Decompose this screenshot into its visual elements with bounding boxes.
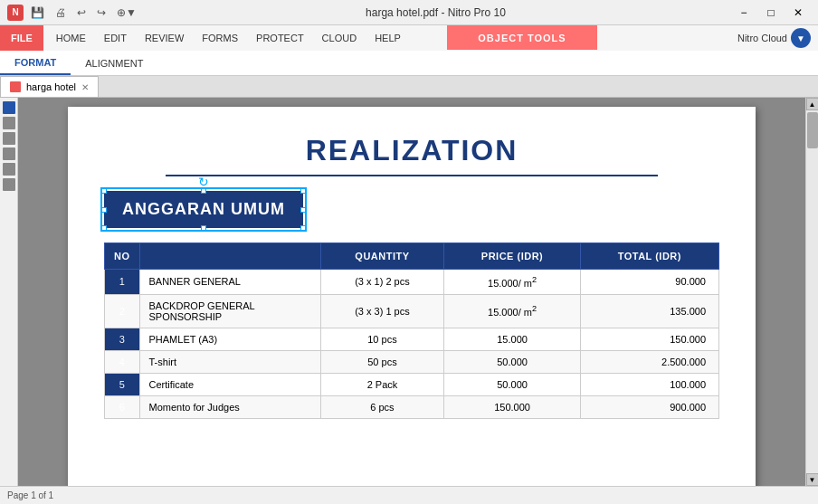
table-row: 1 BANNER GENERAL (3 x 1) 2 pcs 15.000/ m…: [105, 270, 719, 295]
table-row: 2 BACKDROP GENERAL SPONSORSHIP (3 x 3) 1…: [105, 294, 719, 328]
realization-title: REALIZATION: [104, 134, 719, 167]
row3-item: PHAMLET (A3): [139, 328, 320, 350]
tab-format[interactable]: FORMAT: [0, 51, 71, 75]
sidebar-icon-3[interactable]: [3, 132, 15, 145]
object-tools-tab[interactable]: OBJECT TOOLS: [447, 25, 597, 50]
anggaran-umum-wrapper[interactable]: ↻ ANGGARAN UMUM: [104, 191, 303, 228]
row4-price: 50.000: [444, 350, 580, 373]
row4-total: 2.500.000: [580, 350, 718, 373]
row3-price: 15.000: [444, 328, 580, 350]
ribbon-top-row: FILE HOME EDIT REVIEW FORMS PROTECT CLOU…: [0, 25, 818, 51]
ribbon-tabs: HOME EDIT REVIEW FORMS PROTECT CLOUD HEL…: [47, 25, 410, 51]
col-header-quantity: QUANTITY: [320, 243, 444, 270]
doc-tabs-bar: harga hotel ✕: [0, 76, 818, 98]
table-row: 6 Momento for Judges 6 pcs 150.000 900.0…: [105, 395, 719, 418]
table-row: 4 T-shirt 50 pcs 50.000 2.500.000: [105, 350, 719, 373]
app-logo: N: [7, 5, 24, 21]
tab-forms[interactable]: FORMS: [193, 25, 247, 51]
pdf-page: REALIZATION ↻ ANGGARAN UMUM: [68, 107, 756, 486]
sidebar-icon-6[interactable]: [3, 178, 15, 191]
minimize-btn[interactable]: −: [731, 4, 756, 22]
scroll-up-btn[interactable]: ▲: [806, 98, 819, 110]
pdf-file-icon: [10, 81, 21, 92]
file-btn[interactable]: FILE: [0, 25, 43, 51]
sidebar-icon-5[interactable]: [3, 163, 15, 176]
row1-item: BANNER GENERAL: [139, 270, 320, 295]
tab-review[interactable]: REVIEW: [136, 25, 193, 51]
row4-item: T-shirt: [139, 350, 320, 373]
row2-no: 2: [105, 294, 140, 328]
quick-undo-btn[interactable]: ↩: [73, 5, 90, 21]
row5-price: 50.000: [444, 373, 580, 395]
title-underline: [166, 175, 658, 176]
window-controls: − □ ✕: [731, 4, 811, 22]
quick-print-btn[interactable]: 🖨: [52, 5, 70, 21]
pdf-area: REALIZATION ↻ ANGGARAN UMUM: [18, 98, 805, 486]
table-row: 5 Certificate 2 Pack 50.000 100.000: [105, 373, 719, 395]
user-avatar[interactable]: ▼: [791, 28, 811, 48]
row6-price: 150.000: [444, 395, 580, 418]
col-header-price: PRICE (IDR): [444, 243, 580, 270]
vertical-scrollbar: ▲ ▼: [805, 98, 818, 486]
row1-qty: (3 x 1) 2 pcs: [320, 270, 444, 295]
ribbon-bottom-row: FORMAT ALIGNMENT: [0, 51, 818, 76]
tab-alignment[interactable]: ALIGNMENT: [71, 51, 157, 75]
row4-qty: 50 pcs: [320, 350, 444, 373]
title-bar-right: − □ ✕: [731, 4, 811, 22]
scroll-down-btn[interactable]: ▼: [806, 473, 819, 486]
rotate-handle[interactable]: ↻: [198, 175, 209, 189]
object-tools-label: OBJECT TOOLS: [478, 33, 566, 43]
col-header-no: NO: [105, 243, 140, 270]
quick-tools-btn[interactable]: ⊕▼: [113, 5, 140, 21]
row2-price: 15.000/ m2: [444, 294, 580, 328]
row1-no: 1: [105, 270, 140, 295]
ribbon: OBJECT TOOLS FILE HOME EDIT REVIEW FORMS…: [0, 25, 818, 76]
row3-total: 150.000: [580, 328, 718, 350]
scroll-thumb[interactable]: [807, 112, 818, 148]
row1-price: 15.000/ m2: [444, 270, 580, 295]
main-area: REALIZATION ↻ ANGGARAN UMUM: [0, 98, 818, 486]
row6-total: 900.000: [580, 395, 718, 418]
row5-qty: 2 Pack: [320, 373, 444, 395]
row5-item: Certificate: [139, 373, 320, 395]
row6-item: Momento for Judges: [139, 395, 320, 418]
sidebar-icon-4[interactable]: [3, 147, 15, 160]
anggaran-umum-box[interactable]: ANGGARAN UMUM: [104, 191, 303, 228]
sidebar-icon-1[interactable]: [3, 101, 15, 114]
close-btn[interactable]: ✕: [785, 4, 811, 22]
row1-total: 90.000: [580, 270, 718, 295]
row3-qty: 10 pcs: [320, 328, 444, 350]
doc-tab-close-btn[interactable]: ✕: [81, 82, 89, 92]
row5-total: 100.000: [580, 373, 718, 395]
nitro-cloud-text: Nitro Cloud: [737, 33, 787, 43]
row2-qty: (3 x 3) 1 pcs: [320, 294, 444, 328]
status-text: Page 1 of 1: [7, 490, 53, 500]
row6-qty: 6 pcs: [320, 395, 444, 418]
title-bar-left: N 💾 🖨 ↩ ↪ ⊕▼: [7, 5, 140, 21]
data-table: NO QUANTITY PRICE (IDR) TOTAL (IDR) 1 BA…: [104, 242, 719, 419]
window-title: harga hotel.pdf - Nitro Pro 10: [140, 6, 731, 19]
table-row: 3 PHAMLET (A3) 10 pcs 15.000 150.000: [105, 328, 719, 350]
row3-no: 3: [105, 328, 140, 350]
col-header-total: TOTAL (IDR): [580, 243, 718, 270]
tab-help[interactable]: HELP: [366, 25, 410, 51]
title-bar: N 💾 🖨 ↩ ↪ ⊕▼ harga hotel.pdf - Nitro Pro…: [0, 0, 818, 25]
row5-no: 5: [105, 373, 140, 395]
tab-home[interactable]: HOME: [47, 25, 95, 51]
row4-no: 4: [105, 350, 140, 373]
col-header-item: [139, 243, 320, 270]
quick-redo-btn[interactable]: ↪: [93, 5, 109, 21]
restore-btn[interactable]: □: [758, 4, 784, 22]
anggaran-umum-text: ANGGARAN UMUM: [122, 200, 285, 218]
sidebar-icon-2[interactable]: [3, 117, 15, 129]
tab-protect[interactable]: PROTECT: [247, 25, 313, 51]
quick-save-btn[interactable]: 💾: [27, 5, 48, 21]
row2-item: BACKDROP GENERAL SPONSORSHIP: [139, 294, 320, 328]
doc-tab-harga-hotel[interactable]: harga hotel ✕: [0, 76, 99, 97]
tab-cloud[interactable]: CLOUD: [313, 25, 366, 51]
left-sidebar: [0, 98, 18, 486]
doc-tab-title: harga hotel: [26, 81, 76, 92]
tab-edit[interactable]: EDIT: [95, 25, 136, 51]
status-bar: Page 1 of 1: [0, 486, 818, 504]
nitro-cloud-label: Nitro Cloud ▼: [737, 28, 811, 48]
